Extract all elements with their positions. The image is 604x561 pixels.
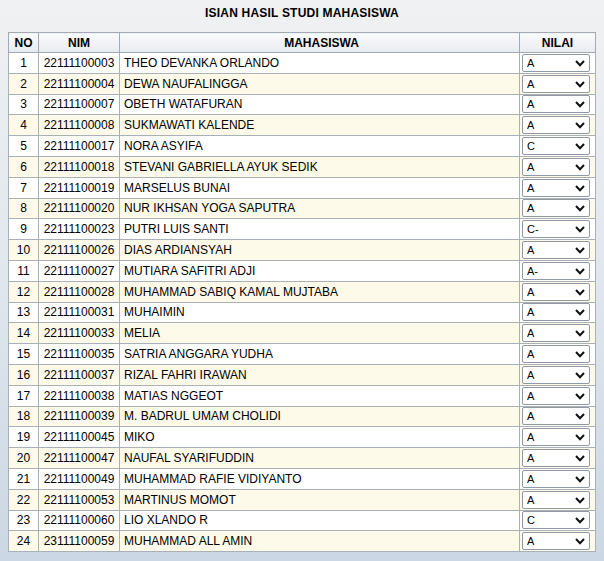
grade-select-wrapper: A-: [522, 262, 590, 280]
grade-cell: A: [520, 177, 596, 198]
grade-select[interactable]: A: [522, 428, 590, 446]
table-row: 22 22111100053 MARTINUS MOMOT A: [9, 489, 596, 510]
nim-cell: 22111100008: [39, 115, 120, 136]
row-number-cell: 6: [9, 156, 39, 177]
grade-cell: A: [520, 531, 596, 552]
grade-cell: A: [520, 53, 596, 74]
grade-select-wrapper: A: [522, 449, 590, 467]
nim-cell: 22111100007: [39, 94, 120, 115]
grade-cell: A: [520, 448, 596, 469]
col-header-nilai: NILAI: [520, 33, 596, 53]
row-number-cell: 22: [9, 489, 39, 510]
col-header-no: NO: [9, 33, 39, 53]
grade-select[interactable]: A: [522, 470, 590, 488]
grade-select-wrapper: A: [522, 54, 590, 72]
nim-cell: 22111100039: [39, 406, 120, 427]
page-title: ISIAN HASIL STUDI MAHASISWA: [0, 0, 604, 32]
grade-select[interactable]: A: [522, 324, 590, 342]
grade-select-wrapper: A: [522, 75, 590, 93]
table-row: 6 22111100018 STEVANI GABRIELLA AYUK SED…: [9, 156, 596, 177]
nim-cell: 22111100023: [39, 219, 120, 240]
grade-cell: A: [520, 364, 596, 385]
grade-select[interactable]: A: [522, 179, 590, 197]
grade-select[interactable]: A-: [522, 262, 590, 280]
grade-select[interactable]: A: [522, 303, 590, 321]
student-name-cell: MUTIARA SAFITRI ADJI: [120, 260, 520, 281]
grade-select[interactable]: A: [522, 75, 590, 93]
grade-select[interactable]: C: [522, 511, 590, 529]
row-number-cell: 15: [9, 344, 39, 365]
table-row: 9 22111100023 PUTRI LUIS SANTI C-: [9, 219, 596, 240]
grade-select-wrapper: C: [522, 137, 590, 155]
grade-select[interactable]: A: [522, 116, 590, 134]
grade-select[interactable]: A: [522, 283, 590, 301]
nim-cell: 22111100047: [39, 448, 120, 469]
table-row: 16 22111100037 RIZAL FAHRI IRAWAN A: [9, 364, 596, 385]
student-name-cell: MUHAMMAD RAFIE VIDIYANTO: [120, 468, 520, 489]
grade-cell: A-: [520, 260, 596, 281]
table-row: 10 22111100026 DIAS ARDIANSYAH A: [9, 240, 596, 261]
grade-select[interactable]: A: [522, 199, 590, 217]
grade-select-wrapper: A: [522, 491, 590, 509]
nim-cell: 22111100037: [39, 364, 120, 385]
grade-select-wrapper: A: [522, 95, 590, 113]
nim-cell: 22111100031: [39, 302, 120, 323]
grade-select[interactable]: A: [522, 532, 590, 550]
student-name-cell: NORA ASYIFA: [120, 136, 520, 157]
nim-cell: 22111100003: [39, 53, 120, 74]
row-number-cell: 4: [9, 115, 39, 136]
grade-select-wrapper: C-: [522, 220, 590, 238]
grade-select-wrapper: A: [522, 283, 590, 301]
grade-cell: A: [520, 468, 596, 489]
grade-select[interactable]: A: [522, 366, 590, 384]
grade-select[interactable]: A: [522, 95, 590, 113]
nim-cell: 22111100017: [39, 136, 120, 157]
grade-select[interactable]: C: [522, 137, 590, 155]
grade-select[interactable]: A: [522, 491, 590, 509]
table-row: 23 22111100060 LIO XLANDO R C: [9, 510, 596, 531]
grade-select-wrapper: A: [522, 407, 590, 425]
grade-select[interactable]: C-: [522, 220, 590, 238]
table-row: 18 22111100039 M. BADRUL UMAM CHOLIDI A: [9, 406, 596, 427]
grade-select[interactable]: A: [522, 158, 590, 176]
col-header-mahasiswa: MAHASISWA: [120, 33, 520, 53]
student-name-cell: MARSELUS BUNAI: [120, 177, 520, 198]
row-number-cell: 24: [9, 531, 39, 552]
row-number-cell: 7: [9, 177, 39, 198]
student-name-cell: MATIAS NGGEOT: [120, 385, 520, 406]
table-row: 24 23111100059 MUHAMMAD ALL AMIN A: [9, 531, 596, 552]
student-name-cell: MUHAMMAD ALL AMIN: [120, 531, 520, 552]
grade-select[interactable]: A: [522, 387, 590, 405]
grade-select[interactable]: A: [522, 449, 590, 467]
row-number-cell: 1: [9, 53, 39, 74]
student-name-cell: MARTINUS MOMOT: [120, 489, 520, 510]
student-name-cell: DIAS ARDIANSYAH: [120, 240, 520, 261]
nim-cell: 22111100028: [39, 281, 120, 302]
row-number-cell: 14: [9, 323, 39, 344]
nim-cell: 22111100049: [39, 468, 120, 489]
student-name-cell: M. BADRUL UMAM CHOLIDI: [120, 406, 520, 427]
row-number-cell: 8: [9, 198, 39, 219]
grade-cell: A: [520, 94, 596, 115]
student-name-cell: SATRIA ANGGARA YUDHA: [120, 344, 520, 365]
grade-select[interactable]: A: [522, 345, 590, 363]
row-number-cell: 16: [9, 364, 39, 385]
grade-select-wrapper: A: [522, 179, 590, 197]
grade-select[interactable]: A: [522, 241, 590, 259]
grade-select[interactable]: A: [522, 407, 590, 425]
grade-select-wrapper: A: [522, 116, 590, 134]
table-row: 12 22111100028 MUHAMMAD SABIQ KAMAL MUJT…: [9, 281, 596, 302]
student-name-cell: LIO XLANDO R: [120, 510, 520, 531]
grade-select-wrapper: C: [522, 511, 590, 529]
table-row: 7 22111100019 MARSELUS BUNAI A: [9, 177, 596, 198]
grade-cell: C: [520, 510, 596, 531]
row-number-cell: 5: [9, 136, 39, 157]
row-number-cell: 18: [9, 406, 39, 427]
table-row: 5 22111100017 NORA ASYIFA C: [9, 136, 596, 157]
grade-select[interactable]: A: [522, 54, 590, 72]
grade-select-wrapper: A: [522, 158, 590, 176]
grade-select-wrapper: A: [522, 241, 590, 259]
grade-select-wrapper: A: [522, 428, 590, 446]
nim-cell: 22111100033: [39, 323, 120, 344]
grade-cell: A: [520, 115, 596, 136]
